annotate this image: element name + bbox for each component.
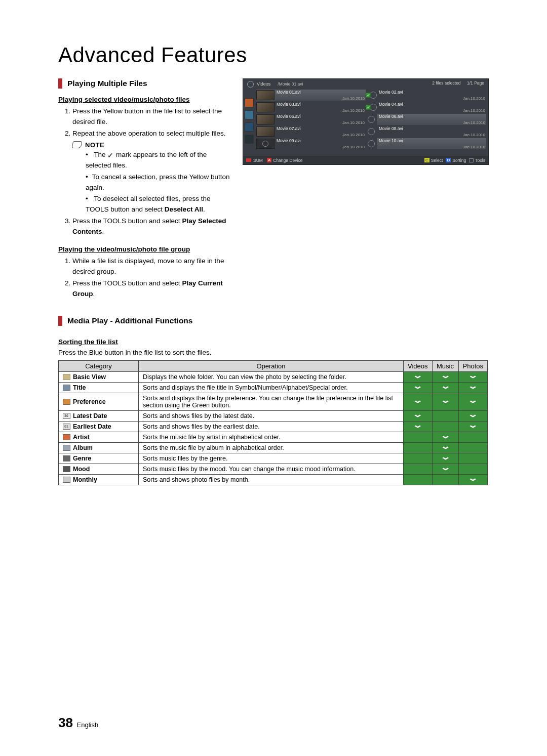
- chevron-down-icon: [470, 383, 476, 392]
- th-category: Category: [59, 360, 139, 371]
- chevron-down-icon: [470, 411, 476, 420]
- support-cell: [404, 382, 433, 393]
- file-tile[interactable]: Movie 01.aviJan.10.2010: [256, 90, 366, 101]
- category-icon: [63, 424, 70, 430]
- subheading-sorting: Sorting the file list: [58, 338, 489, 346]
- file-tile[interactable]: Movie 09.aviJan.10.2010: [256, 138, 366, 149]
- support-cell: [458, 393, 487, 410]
- operation-cell: Sorts music files by the mood. You can c…: [139, 464, 404, 474]
- chevron-down-icon: [442, 383, 449, 392]
- table-row: Earliest DateSorts and shows files by th…: [59, 421, 488, 432]
- category-cell: Mood: [59, 464, 139, 474]
- support-cell: [432, 442, 458, 453]
- file-tile[interactable]: Movie 08.aviJan.10.2010: [377, 126, 486, 137]
- section-media-play-additional: Media Play - Additional Functions: [58, 316, 489, 326]
- note-bullet-2: To cancel a selection, press the Yellow …: [86, 172, 232, 193]
- screenshot-sidebar: [243, 98, 255, 147]
- sidebar-icon: [245, 110, 254, 119]
- th-videos: Videos: [404, 360, 433, 371]
- chevron-down-icon: [470, 372, 476, 381]
- step-1: Press the Yellow button in the file list…: [72, 106, 232, 128]
- support-cell: [432, 421, 458, 432]
- step-2: Repeat the above operation to select mul…: [72, 129, 232, 139]
- support-cell: [404, 464, 433, 474]
- check-icon: ✓: [366, 93, 371, 98]
- note-bullet-3: To deselect all selected files, press th…: [86, 194, 232, 215]
- note-bullet-1: The mark appears to the left of the sele…: [86, 150, 232, 171]
- table-row: Latest DateSorts and shows files by the …: [59, 410, 488, 421]
- category-icon: [63, 385, 70, 391]
- section-playing-multiple-files: Playing Multiple Files: [58, 78, 232, 89]
- table-row: MonthlySorts and shows photo files by mo…: [59, 474, 488, 485]
- file-tile[interactable]: Movie 04.aviJan.10.2010: [377, 102, 486, 113]
- chevron-down-icon: [414, 383, 421, 392]
- support-cell: [432, 382, 458, 393]
- status-page: 1/1 Page: [467, 80, 484, 86]
- support-cell: [458, 432, 487, 442]
- table-row: PreferenceSorts and displays the file by…: [59, 393, 488, 410]
- play-icon: [370, 104, 377, 111]
- gear-icon: [247, 81, 254, 88]
- file-tile[interactable]: Movie 06.aviJan.10.2010: [377, 114, 486, 125]
- support-cell: [404, 453, 433, 464]
- chevron-down-icon: [470, 397, 476, 406]
- operation-cell: Sorts and displays the file title in Sym…: [139, 382, 404, 393]
- key-a-icon: A: [267, 158, 271, 162]
- category-icon: [63, 455, 70, 461]
- file-tile[interactable]: Movie 03.aviJan.10.2010: [256, 102, 366, 113]
- check-icon: ✓: [366, 105, 371, 110]
- file-tile[interactable]: Movie 10.aviJan.10.2010: [377, 138, 486, 149]
- support-cell: [458, 382, 487, 393]
- sidebar-icon: [245, 135, 254, 144]
- th-photos: Photos: [458, 360, 487, 371]
- table-row: Basic ViewDisplays the whole folder. You…: [59, 371, 488, 382]
- category-cell: Latest Date: [59, 410, 139, 421]
- support-cell: [458, 371, 487, 382]
- screenshot-header: Videos /Movie 01.avi 2 files selected 1/…: [243, 79, 488, 89]
- sum-label: SUM: [253, 158, 263, 163]
- file-tile[interactable]: Movie 07.aviJan.10.2010: [256, 126, 366, 137]
- sorting-table: Category Operation Videos Music Photos B…: [58, 360, 488, 485]
- operation-cell: Sorts and shows files by the earliest da…: [139, 421, 404, 432]
- play-icon: [368, 128, 375, 135]
- support-cell: [432, 432, 458, 442]
- operation-cell: Sorts the music file by artist in alphab…: [139, 432, 404, 442]
- support-cell: [404, 474, 433, 485]
- operation-cell: Sorts and displays the file by preferenc…: [139, 393, 404, 410]
- category-icon: [63, 374, 70, 380]
- file-tile[interactable]: Movie 02.aviJan.10.2010: [377, 90, 486, 101]
- support-cell: [404, 421, 433, 432]
- page-language: English: [77, 721, 99, 729]
- foot-tools: Tools: [475, 158, 485, 163]
- chevron-down-icon: [442, 372, 449, 381]
- note-label: NOTE: [85, 141, 104, 149]
- play-icon: [370, 92, 377, 99]
- page-number: 38: [58, 715, 73, 730]
- support-cell: [458, 453, 487, 464]
- support-cell: [404, 393, 433, 410]
- category-icon: [63, 434, 70, 440]
- table-row: ArtistSorts the music file by artist in …: [59, 432, 488, 442]
- operation-cell: Sorts music files by the genre.: [139, 453, 404, 464]
- chevron-down-icon: [470, 422, 476, 431]
- support-cell: [432, 393, 458, 410]
- operation-cell: Sorts and shows photo files by month.: [139, 474, 404, 485]
- support-cell: [458, 421, 487, 432]
- steps-file-group: While a file list is displayed, move to …: [72, 256, 232, 300]
- group-step-1: While a file list is displayed, move to …: [72, 256, 232, 277]
- subheading-selected-files: Playing selected video/music/photo files: [58, 96, 232, 103]
- support-cell: [432, 464, 458, 474]
- chevron-down-icon: [442, 397, 449, 406]
- chevron-down-icon: [414, 411, 421, 420]
- support-cell: [432, 371, 458, 382]
- page-footer: 38 English: [58, 715, 98, 731]
- section-heading: Playing Multiple Files: [67, 79, 147, 88]
- table-row: GenreSorts music files by the genre.: [59, 453, 488, 464]
- category-cell: Earliest Date: [59, 421, 139, 432]
- note-bullets: The mark appears to the left of the sele…: [86, 150, 232, 216]
- play-icon: [368, 140, 375, 147]
- file-tile[interactable]: Movie 05.aviJan.10.2010: [256, 114, 366, 125]
- support-cell: [432, 474, 458, 485]
- key-d-icon: D: [446, 158, 451, 162]
- tools-icon: [469, 158, 474, 162]
